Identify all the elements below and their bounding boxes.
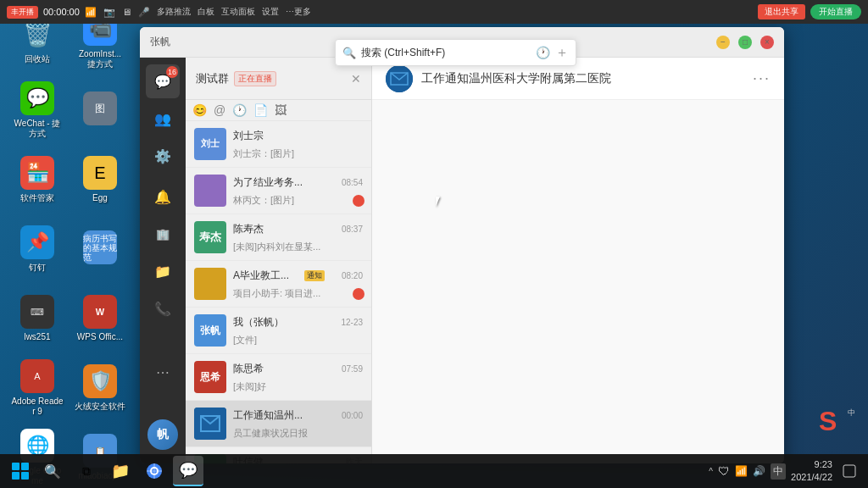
desktop-icon-softmgr[interactable]: 🏪 软件管家 (7, 146, 68, 214)
chat-item-info: A毕业教工... 通知 08:20 项目小助手: 项目进... (233, 269, 363, 300)
chat-item[interactable]: 寿杰 陈寿杰 08:37 [未阅]内科刘在显某... (186, 214, 371, 261)
desktop-icon-egg[interactable]: E Egg (70, 146, 131, 214)
svg-rect-2 (386, 65, 413, 92)
chat-name: 陈寿杰 (233, 222, 264, 236)
chat-item[interactable]: 恩希 陈思希 07:59 [未阅]好 (186, 354, 371, 401)
enterprise-icon: 🏢 (156, 228, 170, 241)
minimize-button[interactable]: − (716, 36, 730, 49)
sidebar-item-workbench[interactable]: ⚙️ (146, 139, 180, 173)
chat-item[interactable]: 为了结业考务... 08:54 林丙文：[图片] (186, 168, 371, 214)
chat-name-row: A毕业教工... 通知 08:20 (233, 269, 363, 283)
sidebar-item-phone[interactable]: 📞 (146, 291, 180, 325)
settings-icon[interactable]: 设置 (262, 6, 279, 18)
interact-icon[interactable]: 互动面板 (221, 6, 255, 18)
action-emoji-icon[interactable]: 😊 (192, 103, 207, 117)
desktop-icon-wps[interactable]: W WPS Offic... (70, 285, 131, 352)
chat-item-info: 陈寿杰 08:37 [未阅]内科刘在显某... (233, 222, 363, 253)
chat-time: 12-23 (341, 318, 363, 327)
taskbar-clock[interactable]: 9:23 2021/4/22 (791, 458, 832, 485)
maximize-button[interactable]: □ (738, 36, 752, 49)
desktop-icon-firewall[interactable]: 🛡️ 火绒安全软件 (70, 354, 131, 422)
user-avatar[interactable]: 帆 (147, 419, 178, 450)
chat-main-header-left: 工作通知温州医科大学附属第二医院 (386, 65, 611, 92)
multi-stream-icon[interactable]: 多路推流 (157, 6, 191, 18)
desktop-icon-adobe[interactable]: A Adobe Reader 9 (7, 354, 68, 422)
chat-name-row: 工作通知温州... 00:00 (233, 408, 363, 423)
search-icon: 🔍 (342, 47, 356, 59)
chat-item-info: 我（张帆） 12-23 [文件] (233, 315, 363, 347)
start-button[interactable] (7, 458, 34, 485)
streaming-toolbar: 丰开播 00:00:00 📶 📷 🖥 🎤 多路推流 白板 互动面板 设置 ⋯更多… (0, 0, 868, 24)
toolbar-right-section: 退出共享 开始直播 (758, 4, 861, 19)
wechat-body: 💬 16 👥 ⚙️ 🔔 🏢 📁 � (140, 58, 784, 463)
chat-preview: 员工健康状况日报 (233, 428, 308, 438)
start-live-button[interactable]: 开始直播 (810, 4, 861, 19)
whiteboard-icon[interactable]: 白板 (198, 6, 214, 18)
desktop-icon-dingding[interactable]: 📌 钉钉 (7, 215, 68, 283)
desktop-icon-logitech[interactable]: ⌨ lws251 (7, 285, 68, 352)
taskbar-search-button[interactable]: 🔍 (37, 456, 68, 486)
sidebar-item-more[interactable]: ⋯ (146, 356, 180, 390)
chat-item-info: 为了结业考务... 08:54 林丙文：[图片] (233, 175, 363, 207)
desktop-icon-label: WeChat - 捷方式 (10, 119, 64, 139)
chat-item[interactable]: A毕业教工... 通知 08:20 项目小助手: 项目进... (186, 261, 371, 308)
sidebar-item-moments[interactable]: 🔔 (146, 180, 180, 214)
chat-main-body (372, 100, 784, 463)
chat-name-row: 我（张帆） 12-23 (233, 315, 363, 330)
app-badge: 丰开播 (7, 6, 38, 19)
taskbar-taskview-button[interactable]: ⧉ (71, 456, 102, 486)
desktop-icon-doc[interactable]: 病历书写的基本规范 (70, 215, 131, 283)
action-file-icon[interactable]: 📄 (253, 103, 268, 117)
notification-button[interactable] (837, 459, 861, 483)
tray-input-method[interactable]: 中 (771, 463, 786, 480)
desktop-icon-wechat[interactable]: 💬 WeChat - 捷方式 (7, 76, 68, 144)
sidebar-item-file[interactable]: 📁 (146, 254, 180, 288)
chat-preview: [未阅]内科刘在显某... (233, 241, 320, 252)
chat-badge: 16 (166, 66, 178, 78)
contacts-icon: 👥 (154, 111, 171, 127)
chat-item-info: 刘士宗 刘士宗：[图片] (233, 129, 363, 160)
taskbar-explorer-button[interactable]: 📁 (105, 456, 136, 486)
chat-name-row: 为了结业考务... 08:54 (233, 175, 363, 190)
taskbar-items: 🔍 ⧉ 📁 💬 (37, 456, 203, 486)
sidebar-item-chat[interactable]: 💬 16 (146, 64, 180, 98)
taskbar-browser-button[interactable] (139, 456, 170, 486)
action-at-icon[interactable]: @ (214, 103, 225, 117)
clock-time: 9:23 (791, 458, 832, 471)
search-history-icon[interactable]: 🕐 (536, 46, 550, 59)
close-button[interactable]: × (760, 36, 774, 49)
chat-time: 08:54 (342, 178, 363, 187)
sidebar-item-enterprise[interactable]: 🏢 (146, 217, 180, 251)
chat-item-active[interactable]: 工作通知温州... 00:00 员工健康状况日报 (186, 401, 371, 447)
more-icon[interactable]: ⋯更多 (286, 6, 311, 18)
search-add-icon[interactable]: ＋ (555, 44, 569, 62)
chat-preview: [未阅]好 (233, 381, 266, 391)
tray-shield-icon[interactable]: 🛡 (718, 464, 730, 478)
chat-list-close-button[interactable]: ✕ (351, 72, 361, 86)
chat-item[interactable]: 刘士 刘士宗 刘士宗：[图片] (186, 121, 371, 168)
tray-volume-icon[interactable]: 🔊 (753, 465, 765, 477)
chat-item-info: 陈思希 07:59 [未阅]好 (233, 362, 363, 393)
tray-arrow-icon[interactable]: ^ (709, 467, 713, 476)
chat-item[interactable]: 张帆 我（张帆） 12-23 [文件] (186, 308, 371, 354)
wechat-search-bar: 🔍 搜索 (Ctrl+Shift+F) 🕐 ＋ (335, 39, 576, 66)
svg-rect-6 (843, 465, 855, 477)
chat-header-more-button[interactable]: ··· (753, 69, 771, 87)
chat-time: 08:20 (342, 271, 363, 280)
sidebar-item-contacts[interactable]: 👥 (146, 102, 180, 136)
desktop-icon-img[interactable]: 图 (70, 76, 131, 144)
desktop-icon-label: Adobe Reader 9 (10, 396, 64, 417)
toolbar-left-section: 丰开播 00:00:00 (7, 6, 80, 19)
taskbar-wechat-button[interactable]: 💬 (173, 456, 203, 486)
chat-preview: 林丙文：[图片] (233, 195, 294, 205)
action-image-icon[interactable]: 🖼 (275, 103, 287, 117)
exit-share-button[interactable]: 退出共享 (758, 4, 805, 19)
action-clock-icon[interactable]: 🕐 (232, 103, 247, 117)
chat-name: 为了结业考务... (233, 175, 303, 190)
tray-network-icon[interactable]: 📶 (735, 465, 748, 477)
search-input-display[interactable]: 搜索 (Ctrl+Shift+F) (361, 46, 531, 60)
chat-name: 我（张帆） (233, 315, 284, 330)
live-badge: 正在直播 (234, 71, 276, 86)
more-dots-icon: ⋯ (156, 364, 170, 380)
chat-list-title: 测试群 (196, 71, 229, 86)
